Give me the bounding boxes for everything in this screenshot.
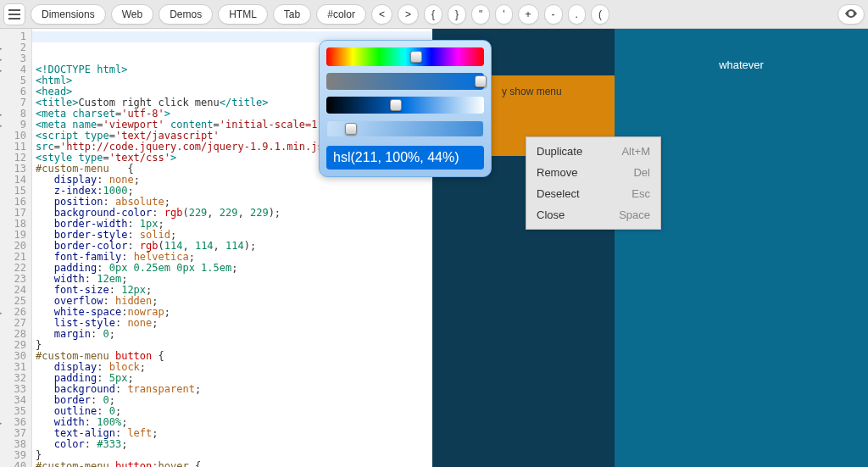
light-thumb[interactable] [390,99,402,111]
hue-slider[interactable] [326,47,484,66]
toolbar--button[interactable]: " [471,4,490,25]
ctx-duplicate[interactable]: DuplicateAlt+M [526,141,660,162]
ctx-label: Duplicate [537,145,582,158]
saturation-slider[interactable] [326,73,484,90]
toolbar: DimensionsWebDemosHTMLTab#color<>{}"'+-.… [0,0,868,29]
toolbar--button[interactable]: - [544,4,563,25]
ctx-label: Close [537,208,565,221]
alpha-thumb[interactable] [345,123,357,135]
eye-button[interactable] [837,4,865,25]
alpha-slider[interactable] [326,120,484,137]
toolbar--button[interactable]: < [371,4,392,25]
toolbar-Web-button[interactable]: Web [111,4,153,25]
menu-icon[interactable] [3,3,25,25]
ctx-shortcut: Del [633,166,650,179]
gutter: 12▸3▸4▸5678▸9▸10111213141516171819202122… [0,29,32,467]
ctx-remove[interactable]: RemoveDel [526,162,660,183]
ctx-close[interactable]: CloseSpace [526,204,660,225]
eye-icon [845,9,857,18]
toolbar-Tab-button[interactable]: Tab [273,4,311,25]
ctx-shortcut: Esc [632,187,650,200]
toolbar-HTML-button[interactable]: HTML [218,4,268,25]
color-readout: hsl(211, 100%, 44%) [326,146,484,170]
toolbar-Dimensions-button[interactable]: Dimensions [31,4,106,25]
context-menu: DuplicateAlt+MRemoveDelDeselectEscCloseS… [526,136,661,230]
toolbar--button[interactable]: . [568,4,586,25]
ctx-shortcut: Space [619,208,650,221]
preview-pane: y show menu whatever [432,29,868,467]
toolbar--button[interactable]: } [448,4,466,25]
toolbar-buttons: DimensionsWebDemosHTMLTab#color<>{}"'+-.… [31,4,832,25]
whatever-label: whatever [719,58,764,71]
ctx-label: Deselect [537,187,580,200]
toolbar--button[interactable]: > [398,4,419,25]
toolbar-Demos-button[interactable]: Demos [159,4,213,25]
hue-thumb[interactable] [410,51,422,63]
ctx-label: Remove [537,166,577,179]
toolbar--button[interactable]: ' [495,4,512,25]
ctx-deselect[interactable]: DeselectEsc [526,183,660,204]
toolbar--button[interactable]: { [424,4,442,25]
preview-right[interactable]: whatever [615,29,868,467]
sat-thumb[interactable] [475,75,487,87]
toolbar--button[interactable]: + [518,4,539,25]
lightness-slider[interactable] [326,97,484,114]
toolbar-color-button[interactable]: #color [316,4,366,25]
orange-text: y show menu [502,86,562,97]
ctx-shortcut: Alt+M [621,145,650,158]
color-picker: hsl(211, 100%, 44%) [319,40,492,177]
toolbar--button[interactable]: ( [591,4,609,25]
